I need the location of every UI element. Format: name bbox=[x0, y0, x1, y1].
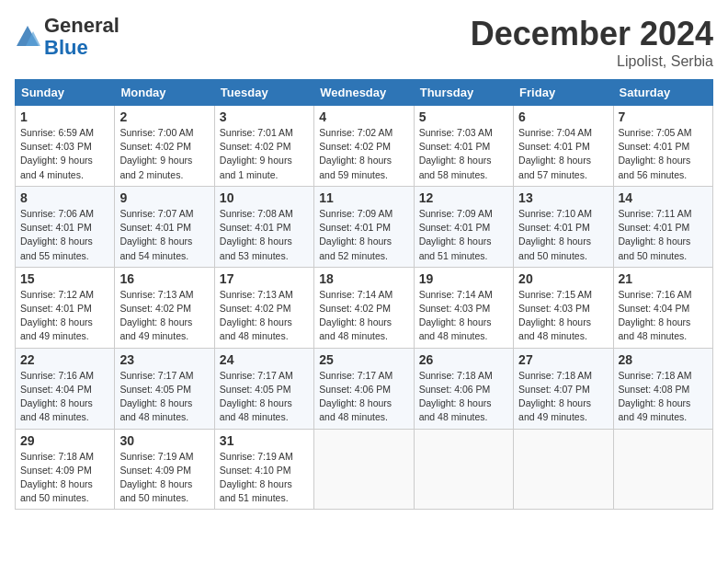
day-number: 21 bbox=[619, 271, 708, 286]
page-header: General Blue December 2024 Lipolist, Ser… bbox=[15, 15, 713, 70]
logo: General Blue bbox=[15, 15, 119, 59]
day-number: 27 bbox=[518, 352, 608, 367]
calendar-day-cell: 24Sunrise: 7:17 AM Sunset: 4:05 PM Dayli… bbox=[214, 348, 313, 429]
calendar-day-cell: 13Sunrise: 7:10 AM Sunset: 4:01 PM Dayli… bbox=[514, 186, 613, 267]
day-number: 24 bbox=[220, 352, 309, 367]
calendar-week-row: 29Sunrise: 7:18 AM Sunset: 4:09 PM Dayli… bbox=[16, 429, 713, 510]
calendar-day-cell: 2Sunrise: 7:00 AM Sunset: 4:02 PM Daylig… bbox=[115, 106, 214, 187]
logo-icon bbox=[15, 24, 40, 50]
calendar-day-cell: 3Sunrise: 7:01 AM Sunset: 4:02 PM Daylig… bbox=[214, 106, 313, 187]
calendar-day-cell: 28Sunrise: 7:18 AM Sunset: 4:08 PM Dayli… bbox=[613, 348, 712, 429]
calendar-day-cell: 25Sunrise: 7:17 AM Sunset: 4:06 PM Dayli… bbox=[314, 348, 414, 429]
day-number: 7 bbox=[619, 109, 708, 124]
day-number: 17 bbox=[220, 271, 309, 286]
day-info: Sunrise: 7:18 AM Sunset: 4:08 PM Dayligh… bbox=[619, 369, 708, 425]
calendar-day-cell: 30Sunrise: 7:19 AM Sunset: 4:09 PM Dayli… bbox=[115, 429, 214, 510]
day-info: Sunrise: 7:18 AM Sunset: 4:09 PM Dayligh… bbox=[20, 450, 109, 506]
calendar-day-cell: 1Sunrise: 6:59 AM Sunset: 4:03 PM Daylig… bbox=[16, 106, 115, 187]
day-info: Sunrise: 7:17 AM Sunset: 4:05 PM Dayligh… bbox=[119, 369, 209, 425]
day-number: 5 bbox=[419, 109, 508, 124]
calendar-day-cell: 14Sunrise: 7:11 AM Sunset: 4:01 PM Dayli… bbox=[613, 186, 712, 267]
day-info: Sunrise: 7:15 AM Sunset: 4:03 PM Dayligh… bbox=[518, 288, 608, 344]
calendar-day-cell: 22Sunrise: 7:16 AM Sunset: 4:04 PM Dayli… bbox=[16, 348, 115, 429]
day-number: 29 bbox=[20, 433, 109, 448]
day-info: Sunrise: 7:17 AM Sunset: 4:06 PM Dayligh… bbox=[319, 369, 408, 425]
day-info: Sunrise: 7:14 AM Sunset: 4:03 PM Dayligh… bbox=[419, 288, 508, 344]
day-info: Sunrise: 7:19 AM Sunset: 4:10 PM Dayligh… bbox=[220, 450, 309, 506]
calendar-week-row: 22Sunrise: 7:16 AM Sunset: 4:04 PM Dayli… bbox=[16, 348, 713, 429]
col-tuesday: Tuesday bbox=[214, 80, 313, 106]
day-info: Sunrise: 7:16 AM Sunset: 4:04 PM Dayligh… bbox=[20, 369, 109, 425]
day-info: Sunrise: 7:09 AM Sunset: 4:01 PM Dayligh… bbox=[419, 207, 508, 263]
day-info: Sunrise: 7:09 AM Sunset: 4:01 PM Dayligh… bbox=[319, 207, 408, 263]
day-number: 23 bbox=[119, 352, 209, 367]
calendar-day-cell: 26Sunrise: 7:18 AM Sunset: 4:06 PM Dayli… bbox=[414, 348, 513, 429]
day-number: 14 bbox=[619, 190, 708, 205]
day-info: Sunrise: 7:05 AM Sunset: 4:01 PM Dayligh… bbox=[619, 126, 708, 182]
day-number: 11 bbox=[319, 190, 408, 205]
calendar-day-cell: 19Sunrise: 7:14 AM Sunset: 4:03 PM Dayli… bbox=[414, 267, 513, 348]
day-number: 26 bbox=[419, 352, 508, 367]
day-info: Sunrise: 7:03 AM Sunset: 4:01 PM Dayligh… bbox=[419, 126, 508, 182]
col-sunday: Sunday bbox=[16, 80, 115, 106]
day-number: 28 bbox=[619, 352, 708, 367]
calendar-day-cell: 29Sunrise: 7:18 AM Sunset: 4:09 PM Dayli… bbox=[16, 429, 115, 510]
day-number: 16 bbox=[119, 271, 209, 286]
logo-general-text: General bbox=[44, 14, 119, 37]
calendar-day-cell: 31Sunrise: 7:19 AM Sunset: 4:10 PM Dayli… bbox=[214, 429, 313, 510]
empty-cell bbox=[613, 429, 712, 510]
col-thursday: Thursday bbox=[414, 80, 513, 106]
day-number: 31 bbox=[220, 433, 309, 448]
day-info: Sunrise: 6:59 AM Sunset: 4:03 PM Dayligh… bbox=[20, 126, 109, 182]
month-title: December 2024 bbox=[471, 15, 713, 53]
empty-cell bbox=[414, 429, 513, 510]
day-number: 8 bbox=[20, 190, 109, 205]
location-subtitle: Lipolist, Serbia bbox=[471, 53, 713, 70]
day-info: Sunrise: 7:16 AM Sunset: 4:04 PM Dayligh… bbox=[619, 288, 708, 344]
calendar-day-cell: 9Sunrise: 7:07 AM Sunset: 4:01 PM Daylig… bbox=[115, 186, 214, 267]
day-number: 6 bbox=[518, 109, 608, 124]
day-info: Sunrise: 7:18 AM Sunset: 4:06 PM Dayligh… bbox=[419, 369, 508, 425]
day-number: 9 bbox=[119, 190, 209, 205]
calendar-day-cell: 20Sunrise: 7:15 AM Sunset: 4:03 PM Dayli… bbox=[514, 267, 613, 348]
calendar-table: Sunday Monday Tuesday Wednesday Thursday… bbox=[15, 79, 713, 510]
day-info: Sunrise: 7:19 AM Sunset: 4:09 PM Dayligh… bbox=[119, 450, 209, 506]
col-friday: Friday bbox=[514, 80, 613, 106]
calendar-day-cell: 17Sunrise: 7:13 AM Sunset: 4:02 PM Dayli… bbox=[214, 267, 313, 348]
day-info: Sunrise: 7:13 AM Sunset: 4:02 PM Dayligh… bbox=[119, 288, 209, 344]
calendar-day-cell: 7Sunrise: 7:05 AM Sunset: 4:01 PM Daylig… bbox=[613, 106, 712, 187]
calendar-day-cell: 15Sunrise: 7:12 AM Sunset: 4:01 PM Dayli… bbox=[16, 267, 115, 348]
day-info: Sunrise: 7:13 AM Sunset: 4:02 PM Dayligh… bbox=[220, 288, 309, 344]
calendar-week-row: 1Sunrise: 6:59 AM Sunset: 4:03 PM Daylig… bbox=[16, 106, 713, 187]
day-info: Sunrise: 7:00 AM Sunset: 4:02 PM Dayligh… bbox=[119, 126, 209, 182]
calendar-day-cell: 6Sunrise: 7:04 AM Sunset: 4:01 PM Daylig… bbox=[514, 106, 613, 187]
day-number: 22 bbox=[20, 352, 109, 367]
day-number: 3 bbox=[220, 109, 309, 124]
day-number: 25 bbox=[319, 352, 408, 367]
day-number: 18 bbox=[319, 271, 408, 286]
day-info: Sunrise: 7:12 AM Sunset: 4:01 PM Dayligh… bbox=[20, 288, 109, 344]
calendar-day-cell: 12Sunrise: 7:09 AM Sunset: 4:01 PM Dayli… bbox=[414, 186, 513, 267]
day-info: Sunrise: 7:06 AM Sunset: 4:01 PM Dayligh… bbox=[20, 207, 109, 263]
empty-cell bbox=[514, 429, 613, 510]
day-info: Sunrise: 7:07 AM Sunset: 4:01 PM Dayligh… bbox=[119, 207, 209, 263]
logo-blue-text: Blue bbox=[44, 36, 88, 59]
calendar-day-cell: 11Sunrise: 7:09 AM Sunset: 4:01 PM Dayli… bbox=[314, 186, 414, 267]
calendar-day-cell: 18Sunrise: 7:14 AM Sunset: 4:02 PM Dayli… bbox=[314, 267, 414, 348]
calendar-day-cell: 23Sunrise: 7:17 AM Sunset: 4:05 PM Dayli… bbox=[115, 348, 214, 429]
day-info: Sunrise: 7:18 AM Sunset: 4:07 PM Dayligh… bbox=[518, 369, 608, 425]
calendar-day-cell: 5Sunrise: 7:03 AM Sunset: 4:01 PM Daylig… bbox=[414, 106, 513, 187]
calendar-week-row: 15Sunrise: 7:12 AM Sunset: 4:01 PM Dayli… bbox=[16, 267, 713, 348]
day-info: Sunrise: 7:11 AM Sunset: 4:01 PM Dayligh… bbox=[619, 207, 708, 263]
calendar-week-row: 8Sunrise: 7:06 AM Sunset: 4:01 PM Daylig… bbox=[16, 186, 713, 267]
day-number: 10 bbox=[220, 190, 309, 205]
day-number: 2 bbox=[119, 109, 209, 124]
day-info: Sunrise: 7:01 AM Sunset: 4:02 PM Dayligh… bbox=[220, 126, 309, 182]
day-number: 30 bbox=[119, 433, 209, 448]
col-saturday: Saturday bbox=[613, 80, 712, 106]
day-number: 19 bbox=[419, 271, 508, 286]
day-number: 4 bbox=[319, 109, 408, 124]
col-wednesday: Wednesday bbox=[314, 80, 414, 106]
calendar-day-cell: 27Sunrise: 7:18 AM Sunset: 4:07 PM Dayli… bbox=[514, 348, 613, 429]
empty-cell bbox=[314, 429, 414, 510]
